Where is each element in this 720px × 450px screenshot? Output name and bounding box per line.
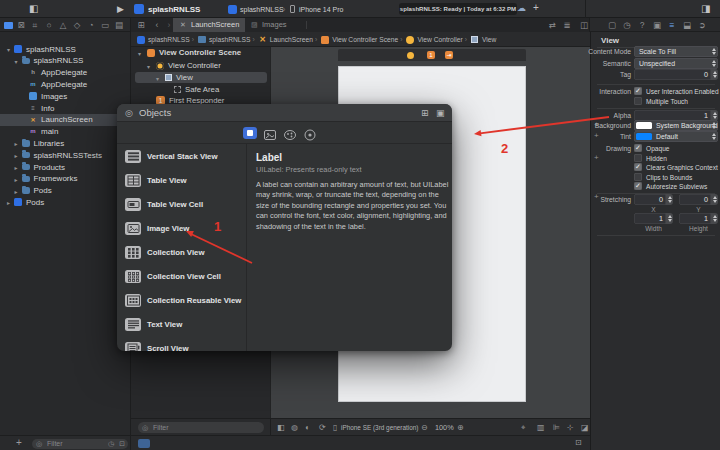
views-library-tab[interactable]	[243, 127, 257, 139]
navigator-item-launchscreen[interactable]: ✕LaunchScreen	[0, 114, 130, 126]
constraints-icon[interactable]: ⊹	[567, 419, 574, 436]
navigator-item-products[interactable]: ▸Products	[0, 161, 130, 173]
color-library-tab[interactable]	[283, 127, 297, 139]
library-item-table-view[interactable]: Table View	[117, 168, 246, 192]
breakpoint-navigator-icon[interactable]: ▭	[99, 18, 111, 32]
orientation-icon[interactable]: ⟳	[319, 419, 326, 436]
debug-navigator-icon[interactable]: ◔	[85, 18, 97, 32]
semantic-select[interactable]: Unspecified	[634, 58, 718, 69]
appearance-icon[interactable]: ◐	[305, 419, 310, 436]
library-item-collection-reusable-view[interactable]: Collection Reusable View	[117, 288, 246, 312]
library-item-collection-view-cell[interactable]: Collection View Cell	[117, 264, 246, 288]
navigator-item-splashrnlsstests[interactable]: ▸splashRNLSSTests	[0, 149, 130, 161]
tab-launchscreen[interactable]: ✕ LaunchScreen	[173, 18, 245, 32]
user-interaction-checkbox[interactable]: ✓	[634, 87, 642, 95]
library-item-image-view[interactable]: Image View	[117, 216, 246, 240]
library-filter-icon[interactable]: ◎	[125, 104, 133, 122]
embed-icon[interactable]: ▥	[537, 419, 545, 436]
outline-row-safearea[interactable]: Safe Area	[131, 84, 271, 95]
tab-overview-icon[interactable]: ⊞	[135, 18, 147, 32]
hidden-checkbox[interactable]	[634, 154, 642, 162]
navigator-item-splashrnlss[interactable]: ▾splashRNLSS	[0, 43, 130, 55]
recent-filter-icon[interactable]: ◷	[108, 440, 114, 448]
navigator-item-frameworks[interactable]: ▸Frameworks	[0, 173, 130, 185]
library-item-text-view[interactable]: Text View	[117, 312, 246, 336]
stretch-width-field[interactable]: 1	[634, 213, 666, 224]
back-icon[interactable]: ‹	[151, 18, 163, 32]
grid-view-icon[interactable]: ⊞	[421, 104, 429, 122]
clears-graphics-checkbox[interactable]: ✓	[634, 163, 642, 171]
update-frames-icon[interactable]: ⌖	[521, 419, 526, 436]
file-inspector-icon[interactable]: ▢	[606, 18, 618, 32]
connections-inspector-icon[interactable]: ➲	[696, 18, 708, 32]
size-inspector-icon[interactable]: ⬓	[681, 18, 693, 32]
opaque-checkbox[interactable]: ✓	[634, 144, 642, 152]
hide-navigator-icon[interactable]: ◧	[29, 4, 38, 14]
device-selector[interactable]: iPhone SE (3rd generation)	[341, 419, 418, 436]
outline-row-viewcontroller[interactable]: ▾ View Controller	[131, 60, 271, 71]
report-navigator-icon[interactable]: ▤	[113, 18, 125, 32]
zoom-in-icon[interactable]: ⊕	[457, 419, 464, 436]
navigator-item-pods[interactable]: ▸Pods	[0, 196, 130, 208]
scm-filter-icon[interactable]: ⊡	[119, 440, 125, 448]
tint-color-swatch[interactable]	[636, 133, 652, 140]
autoresize-checkbox[interactable]: ✓	[634, 182, 642, 190]
scene-firstresponder-icon[interactable]: 1	[427, 51, 435, 59]
outline-toggle-icon[interactable]: ◧	[277, 419, 285, 436]
editor-options-icon[interactable]: ≣	[561, 18, 573, 32]
navigator-item-appdelegate[interactable]: hAppDelegate	[0, 67, 130, 79]
navigator-item-appdelegate[interactable]: mAppDelegate	[0, 78, 130, 90]
resolve-issues-icon[interactable]: ◪	[581, 419, 589, 436]
library-item-table-view-cell[interactable]: Table View Cell	[117, 192, 246, 216]
scheme-selector[interactable]: splashRNLSS	[240, 6, 284, 13]
breadcrumb-item[interactable]: LaunchScreen	[270, 32, 313, 47]
library-item-vertical-stack-view[interactable]: Vertical Stack View	[117, 144, 246, 168]
background-select[interactable]: System Background...	[634, 120, 718, 131]
tag-field[interactable]: 0	[634, 69, 711, 80]
stretch-height-field[interactable]: 1	[679, 213, 711, 224]
background-color-swatch[interactable]	[636, 122, 652, 129]
find-navigator-icon[interactable]: ○	[43, 18, 55, 32]
media-library-tab[interactable]	[263, 127, 277, 139]
navigator-item-splashrnlss[interactable]: ▾splashRNLSS	[0, 55, 130, 67]
add-editor-icon[interactable]: ◫	[578, 18, 590, 32]
add-tab-button[interactable]: +	[533, 3, 539, 13]
project-navigator-icon[interactable]	[4, 22, 13, 29]
navigator-item-images[interactable]: Images	[0, 90, 130, 102]
align-icon[interactable]: ⊫	[553, 419, 560, 436]
tint-select[interactable]: Default	[634, 131, 718, 142]
navigator-item-pods[interactable]: ▸Pods	[0, 185, 130, 197]
library-item-scroll-view[interactable]: Scroll View	[117, 336, 246, 351]
adjust-icon[interactable]: ◍	[291, 419, 298, 436]
run-destination-selector[interactable]: iPhone 14 Pro	[299, 6, 343, 13]
identity-inspector-icon[interactable]: ▣	[651, 18, 663, 32]
add-file-button[interactable]: +	[16, 437, 22, 448]
list-view-icon[interactable]: ▣	[436, 104, 445, 122]
library-item-collection-view[interactable]: Collection View	[117, 240, 246, 264]
outline-filter-field[interactable]: ◎ Filter	[138, 422, 264, 433]
stretch-y-field[interactable]: 0	[679, 194, 711, 205]
attributes-inspector-icon[interactable]: ≡	[666, 18, 678, 32]
scene-viewcontroller-icon[interactable]	[407, 52, 414, 59]
stretch-width-stepper[interactable]	[666, 213, 673, 224]
outline-row-scene[interactable]: ▾ View Controller Scene	[131, 47, 271, 58]
tag-stepper[interactable]	[711, 69, 718, 80]
tab-images[interactable]: ▨ Images	[249, 18, 301, 32]
content-mode-select[interactable]: Scale To Fill	[634, 46, 718, 57]
test-navigator-icon[interactable]: ◇	[71, 18, 83, 32]
scene-exit-icon[interactable]: ⇥	[445, 51, 453, 59]
breadcrumb-item[interactable]: View Controller Scene	[332, 32, 398, 47]
stretch-x-stepper[interactable]	[666, 194, 673, 205]
code-review-icon[interactable]: ⇄	[546, 18, 558, 32]
clips-to-bounds-checkbox[interactable]	[634, 173, 642, 181]
source-control-navigator-icon[interactable]: ⊠	[15, 18, 27, 32]
device-glyph-icon[interactable]: ▯	[333, 419, 337, 436]
hidden-variation-button[interactable]: +	[594, 153, 601, 162]
editor-mode-icon[interactable]: ⊡	[575, 438, 582, 447]
navigator-filter-field[interactable]: ◎ Filter ◷ ⊡	[32, 439, 128, 449]
hide-inspector-icon[interactable]: ◨	[701, 4, 710, 14]
navigator-item-info[interactable]: ≡Info	[0, 102, 130, 114]
symbols-library-tab[interactable]	[303, 127, 317, 139]
history-inspector-icon[interactable]: ◷	[621, 18, 633, 32]
breadcrumb-item[interactable]: View	[482, 32, 496, 47]
